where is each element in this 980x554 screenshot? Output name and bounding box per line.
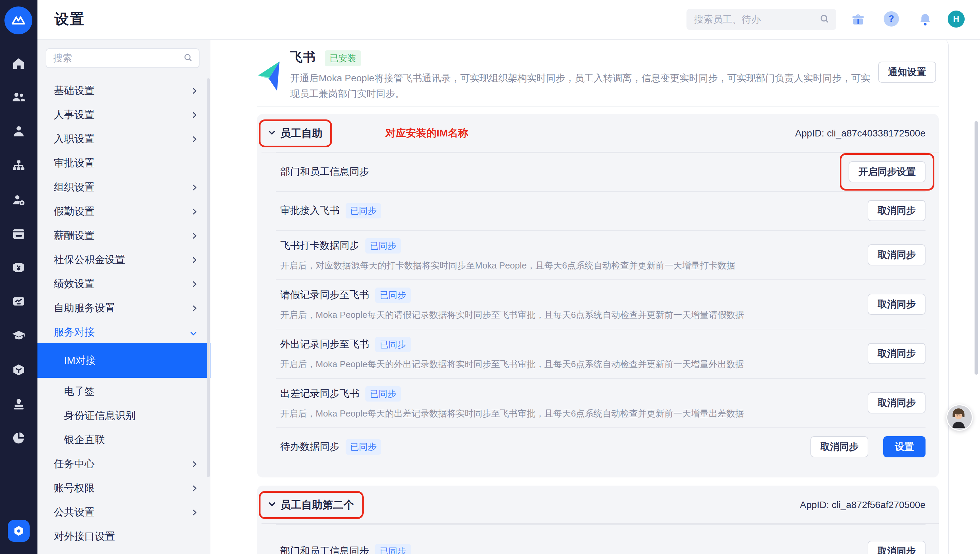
- synced-badge: 已同步: [346, 203, 381, 218]
- sync-row-title: 部门和员工信息同步: [280, 544, 369, 554]
- chevron-right-icon: [192, 458, 197, 470]
- chevron-right-icon: [192, 279, 197, 290]
- row-actions: 开启同步设置: [849, 161, 926, 182]
- gift-icon[interactable]: [850, 11, 866, 27]
- cancel-sync-button[interactable]: 取消同步: [868, 541, 926, 554]
- im-app-card: 员工自助对应安装的IM名称AppID: cli_a87c40338172500e…: [257, 114, 939, 478]
- sync-row-description: 开启后，对应数据源每天的打卡数据将实时同步至Moka People，且每天6点系…: [280, 259, 836, 272]
- synced-badge: 已同步: [366, 386, 401, 401]
- sidebar-item-12[interactable]: 电子签: [37, 379, 211, 404]
- synced-badge: 已同步: [346, 439, 381, 455]
- sidebar-item-2[interactable]: 入职设置: [37, 127, 211, 151]
- chevron-right-icon: [192, 206, 197, 217]
- add-employee-icon[interactable]: [0, 193, 37, 207]
- sidebar-item-label: 账号权限: [54, 481, 192, 495]
- training-icon[interactable]: [0, 328, 37, 343]
- user-avatar[interactable]: H: [948, 11, 965, 27]
- home-icon[interactable]: [0, 56, 37, 71]
- chevron-right-icon: [192, 507, 197, 518]
- chevron-right-icon: [192, 254, 197, 266]
- chevron-right-icon: [192, 182, 197, 193]
- sidebar-item-label: 自助服务设置: [54, 301, 192, 315]
- sidebar-item-13[interactable]: 身份证信息识别: [37, 404, 211, 428]
- sidebar-item-11[interactable]: IM对接: [37, 343, 211, 378]
- sidebar-item-3[interactable]: 审批设置: [37, 151, 211, 175]
- global-search[interactable]: [686, 9, 836, 30]
- settings-button[interactable]: 设置: [883, 436, 926, 457]
- sync-row: 飞书打卡数据同步已同步开启后，对应数据源每天的打卡数据将实时同步至Moka Pe…: [257, 230, 939, 279]
- app-rail: [0, 0, 37, 554]
- sidebar-item-7[interactable]: 社保公积金设置: [37, 248, 211, 272]
- sync-row-title: 飞书打卡数据同步: [280, 239, 359, 253]
- search-icon: [819, 14, 830, 25]
- sidebar-item-label: 银企直联: [64, 433, 197, 447]
- notification-bell-icon[interactable]: [917, 11, 933, 27]
- card-collapse-toggle[interactable]: 员工自助第二个: [268, 498, 354, 512]
- org-chart-icon[interactable]: [0, 159, 37, 173]
- help-icon[interactable]: ?: [884, 11, 899, 27]
- chevron-right-icon: [192, 109, 197, 121]
- sidebar-item-17[interactable]: 公共设置: [37, 500, 211, 524]
- notification-settings-button[interactable]: 通知设置: [878, 62, 936, 83]
- sync-row-title: 审批接入飞书: [280, 204, 340, 217]
- row-actions: 取消同步: [868, 244, 926, 266]
- sidebar-item-label: 入职设置: [54, 132, 192, 146]
- calendar-icon[interactable]: [0, 227, 37, 241]
- cancel-sync-button[interactable]: 取消同步: [868, 343, 926, 364]
- employee-icon[interactable]: [0, 124, 37, 138]
- row-actions: 取消同步: [868, 343, 926, 364]
- cancel-sync-button[interactable]: 取消同步: [868, 200, 926, 221]
- app-launcher-icon[interactable]: [8, 520, 30, 542]
- sidebar-item-14[interactable]: 银企直联: [37, 428, 211, 452]
- card-header: 员工自助对应安装的IM名称AppID: cli_a87c40338172500e: [257, 114, 939, 153]
- sidebar-item-9[interactable]: 自助服务设置: [37, 296, 211, 320]
- sidebar-item-label: 身份证信息识别: [64, 409, 197, 423]
- sidebar-scrollbar[interactable]: [207, 78, 210, 477]
- chevron-right-icon: [192, 134, 197, 145]
- sidebar-item-1[interactable]: 人事设置: [37, 103, 211, 127]
- installed-badge: 已安装: [325, 50, 361, 66]
- enable-sync-settings-button[interactable]: 开启同步设置: [849, 161, 926, 182]
- sidebar-item-6[interactable]: 薪酬设置: [37, 224, 211, 248]
- team-icon[interactable]: [0, 90, 37, 104]
- synced-badge: 已同步: [375, 288, 411, 303]
- app-id: AppID: cli_a872f56af270500e: [800, 500, 926, 511]
- payroll-icon[interactable]: [0, 260, 37, 275]
- window-scrollbar[interactable]: [975, 121, 978, 375]
- settings-page: 设置 ? H 基础设置人事设置入职设置审批设置组织设置假勤设置薪酬设置社保公积金…: [0, 0, 980, 554]
- settings-sidebar: 基础设置人事设置入职设置审批设置组织设置假勤设置薪酬设置社保公积金设置绩效设置自…: [37, 39, 211, 554]
- global-search-input[interactable]: [693, 14, 819, 25]
- sidebar-item-18[interactable]: 对外接口设置: [37, 524, 211, 549]
- moka-logo-icon[interactable]: [5, 6, 32, 34]
- sidebar-item-15[interactable]: 任务中心: [37, 452, 211, 476]
- pie-chart-icon[interactable]: [0, 431, 37, 445]
- sidebar-item-label: 基础设置: [54, 84, 192, 98]
- cancel-sync-button[interactable]: 取消同步: [868, 244, 926, 266]
- performance-icon[interactable]: [0, 295, 37, 309]
- sidebar-item-10[interactable]: 服务对接: [37, 320, 211, 344]
- sidebar-search-input[interactable]: [53, 53, 183, 64]
- search-icon: [183, 53, 193, 64]
- main-panel: 飞书 已安装 开通后Moka People将接管飞书通讯录，可实现组织架构实时同…: [211, 39, 949, 554]
- sidebar-search[interactable]: [46, 48, 200, 68]
- sync-row: 待办数据同步已同步取消同步设置: [257, 427, 939, 466]
- synced-badge: 已同步: [375, 337, 411, 352]
- sidebar-item-label: 任务中心: [54, 457, 192, 471]
- cancel-sync-button[interactable]: 取消同步: [811, 436, 868, 457]
- sidebar-item-16[interactable]: 账号权限: [37, 476, 211, 500]
- sidebar-item-0[interactable]: 基础设置: [37, 79, 211, 103]
- integration-name: 飞书: [290, 49, 315, 66]
- assistant-avatar[interactable]: [946, 404, 973, 431]
- sidebar-item-4[interactable]: 组织设置: [37, 175, 211, 199]
- sidebar-item-5[interactable]: 假勤设置: [37, 199, 211, 224]
- cancel-sync-button[interactable]: 取消同步: [868, 392, 926, 414]
- product-icon[interactable]: [0, 363, 37, 377]
- chevron-down-icon: [190, 327, 197, 338]
- chevron-right-icon: [192, 85, 197, 97]
- sidebar-item-8[interactable]: 绩效设置: [37, 272, 211, 296]
- card-collapse-toggle[interactable]: 员工自助: [268, 126, 322, 140]
- approval-stamp-icon[interactable]: [0, 397, 37, 411]
- sidebar-item-label: 审批设置: [54, 156, 197, 170]
- sync-row: 部门和员工信息同步已同步取消同步: [257, 524, 939, 554]
- cancel-sync-button[interactable]: 取消同步: [868, 294, 926, 315]
